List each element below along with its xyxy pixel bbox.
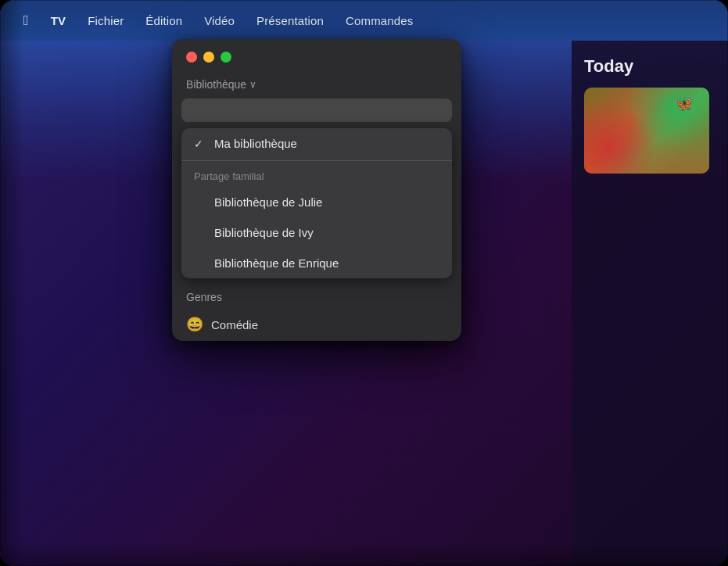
dropdown-menu: ✓ Ma bibliothèque Partage familial Bibli… xyxy=(181,128,452,278)
checkmark-icon: ✓ xyxy=(194,138,208,150)
ivy-label: Bibliothèque de Ivy xyxy=(214,226,314,239)
apple-menu[interactable]:  xyxy=(16,8,37,34)
menu-tv[interactable]: TV xyxy=(40,9,77,32)
right-panel: Today 🦋 xyxy=(572,41,728,566)
dropdown-item-julie[interactable]: Bibliothèque de Julie xyxy=(181,187,452,217)
today-label: Today xyxy=(584,56,715,77)
menu-bar:  TV Fichier Édition Vidéo Présentation … xyxy=(0,0,728,41)
traffic-lights xyxy=(172,39,461,72)
menu-edition[interactable]: Édition xyxy=(134,9,193,32)
screen:  TV Fichier Édition Vidéo Présentation … xyxy=(0,0,728,566)
genre-comedie[interactable]: 😄 Comédie xyxy=(172,308,461,341)
library-chevron-icon: ∨ xyxy=(249,79,256,90)
dropdown-item-ma-bibliotheque[interactable]: ✓ Ma bibliothèque xyxy=(181,128,452,159)
menu-video[interactable]: Vidéo xyxy=(193,9,246,32)
movie-thumbnail[interactable]: 🦋 xyxy=(584,88,709,174)
ma-bibliotheque-label: Ma bibliothèque xyxy=(214,137,297,150)
menu-fichier[interactable]: Fichier xyxy=(77,9,134,32)
comedie-icon: 😄 xyxy=(186,316,203,333)
library-header[interactable]: Bibliothèque ∨ xyxy=(172,72,461,95)
minimize-button[interactable] xyxy=(203,52,214,63)
menu-commandes[interactable]: Commandes xyxy=(335,9,424,32)
close-button[interactable] xyxy=(186,52,197,63)
maximize-button[interactable] xyxy=(221,52,231,63)
dropdown-divider xyxy=(181,160,452,161)
partage-familial-label: Partage familial xyxy=(181,163,452,187)
comedie-label: Comédie xyxy=(211,318,258,331)
enrique-label: Bibliothèque de Enrique xyxy=(214,256,339,270)
menu-presentation[interactable]: Présentation xyxy=(246,9,335,32)
library-label: Bibliothèque xyxy=(186,78,246,91)
dropdown-item-enrique[interactable]: Bibliothèque de Enrique xyxy=(181,248,452,278)
search-bar[interactable] xyxy=(181,99,452,122)
floating-window: Bibliothèque ∨ ✓ Ma bibliothèque Partage… xyxy=(172,39,461,341)
dropdown-item-ivy[interactable]: Bibliothèque de Ivy xyxy=(181,217,452,248)
butterfly-decoration: 🦋 xyxy=(674,94,694,113)
julie-label: Bibliothèque de Julie xyxy=(214,195,322,209)
genres-section-label: Genres xyxy=(172,285,461,308)
